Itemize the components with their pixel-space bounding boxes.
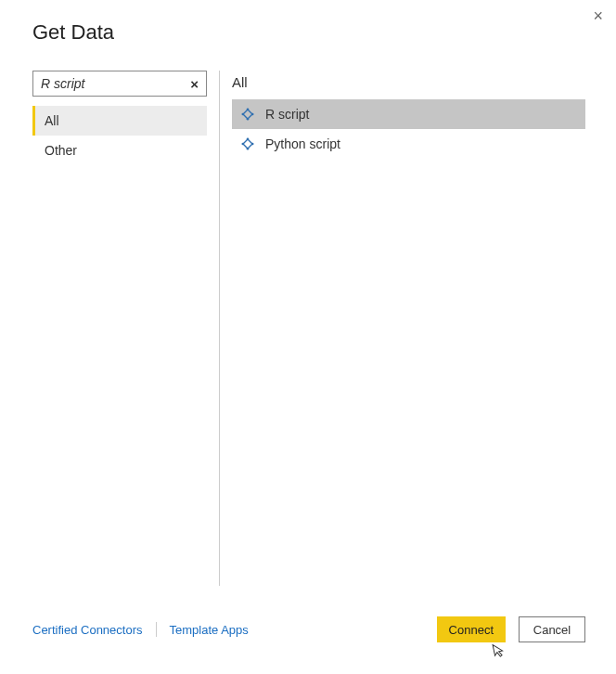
connector-list: R script Python script <box>232 99 585 159</box>
svg-marker-0 <box>243 110 252 119</box>
footer: Certified Connectors Template Apps Conne… <box>32 616 585 642</box>
certified-connectors-link[interactable]: Certified Connectors <box>32 623 143 637</box>
connector-pane: All R script <box>232 71 585 572</box>
category-label: All <box>45 113 59 128</box>
category-label: Other <box>45 143 77 158</box>
template-apps-link[interactable]: Template Apps <box>170 623 249 637</box>
connector-label: R script <box>265 107 309 122</box>
connector-icon <box>241 137 254 150</box>
clear-search-icon[interactable]: × <box>188 76 200 92</box>
connector-item-r-script[interactable]: R script <box>232 99 585 129</box>
close-icon[interactable]: × <box>593 7 603 24</box>
page-title: Get Data <box>0 0 616 45</box>
footer-links: Certified Connectors Template Apps <box>32 622 249 637</box>
connector-item-python-script[interactable]: Python script <box>232 129 585 159</box>
category-item-other[interactable]: Other <box>32 136 207 165</box>
footer-buttons: Connect Cancel <box>437 616 585 642</box>
mouse-cursor <box>492 642 508 664</box>
svg-point-7 <box>251 143 254 146</box>
svg-point-6 <box>247 138 250 141</box>
connector-icon <box>241 108 254 121</box>
link-separator <box>156 622 157 637</box>
search-input[interactable] <box>41 76 188 91</box>
category-item-all[interactable]: All <box>32 106 207 136</box>
cancel-button[interactable]: Cancel <box>519 616 585 642</box>
svg-point-8 <box>247 148 250 150</box>
content-area: × All Other All R scrip <box>0 45 616 572</box>
connector-label: Python script <box>265 136 340 151</box>
svg-point-2 <box>251 113 254 116</box>
svg-point-4 <box>242 113 245 116</box>
svg-point-9 <box>242 143 245 146</box>
svg-marker-5 <box>243 139 252 149</box>
pane-divider <box>219 71 220 586</box>
connector-list-header: All <box>232 71 585 99</box>
connect-button[interactable]: Connect <box>437 616 506 642</box>
svg-point-1 <box>247 109 250 111</box>
search-field[interactable]: × <box>32 71 207 97</box>
category-pane: × All Other <box>32 71 207 572</box>
svg-point-3 <box>247 118 250 121</box>
